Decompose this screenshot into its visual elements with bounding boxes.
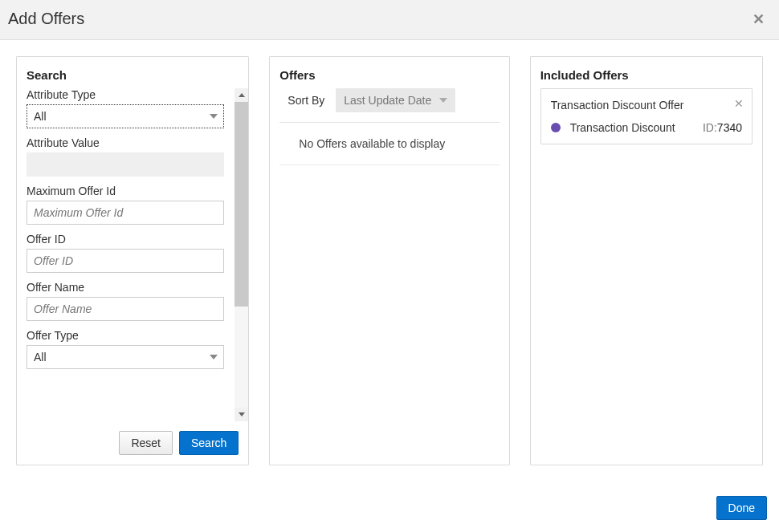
offer-type-label: Offer Type bbox=[27, 329, 224, 342]
offer-type-select[interactable]: All bbox=[27, 345, 224, 369]
scroll-up-icon[interactable] bbox=[235, 88, 248, 102]
max-offer-id-label: Maximum Offer Id bbox=[27, 185, 224, 197]
dialog-title: Add Offers bbox=[8, 10, 84, 28]
attribute-value-label: Attribute Value bbox=[27, 136, 224, 149]
included-id-label: ID: bbox=[703, 121, 717, 134]
offer-name-label: Offer Name bbox=[27, 281, 224, 294]
attribute-type-value: All bbox=[34, 110, 47, 123]
max-offer-id-input[interactable] bbox=[27, 201, 224, 225]
included-card-title: Transaction Discount Offer bbox=[551, 99, 742, 112]
scroll-thumb[interactable] bbox=[235, 102, 248, 307]
included-offers-panel: Included Offers ✕ Transaction Discount O… bbox=[530, 56, 763, 465]
status-dot-icon bbox=[551, 123, 561, 132]
search-panel-title: Search bbox=[17, 57, 248, 88]
close-icon[interactable]: ✕ bbox=[746, 10, 771, 28]
included-id-value: 7340 bbox=[717, 121, 742, 134]
svg-marker-2 bbox=[239, 93, 245, 97]
svg-marker-3 bbox=[239, 412, 245, 416]
search-panel: Search Attribute Type All Attribute bbox=[16, 56, 249, 465]
included-offer-name: Transaction Discount bbox=[570, 121, 693, 134]
done-button[interactable]: Done bbox=[716, 496, 767, 520]
scroll-down-icon[interactable] bbox=[235, 408, 248, 421]
offer-type-value: All bbox=[34, 351, 47, 363]
offer-name-input[interactable] bbox=[27, 297, 224, 321]
included-panel-title: Included Offers bbox=[531, 57, 762, 88]
remove-offer-icon[interactable]: ✕ bbox=[734, 97, 744, 110]
sort-by-select[interactable]: Last Update Date bbox=[336, 88, 455, 112]
attribute-type-label: Attribute Type bbox=[27, 88, 224, 101]
scrollbar[interactable] bbox=[235, 88, 248, 421]
attribute-type-select[interactable]: All bbox=[27, 104, 224, 128]
offers-panel: Offers Sort By Last Update Date No Offer… bbox=[269, 56, 509, 465]
offer-id-input[interactable] bbox=[27, 249, 224, 273]
included-offer-card: ✕ Transaction Discount Offer Transaction… bbox=[540, 88, 752, 144]
offers-panel-title: Offers bbox=[270, 57, 508, 88]
offers-empty-message: No Offers available to display bbox=[279, 123, 499, 165]
attribute-value-input[interactable] bbox=[27, 152, 224, 177]
sort-by-value: Last Update Date bbox=[344, 94, 431, 107]
reset-button[interactable]: Reset bbox=[119, 431, 173, 455]
search-button[interactable]: Search bbox=[179, 431, 239, 455]
offer-id-label: Offer ID bbox=[27, 233, 224, 246]
sort-by-label: Sort By bbox=[288, 94, 324, 107]
